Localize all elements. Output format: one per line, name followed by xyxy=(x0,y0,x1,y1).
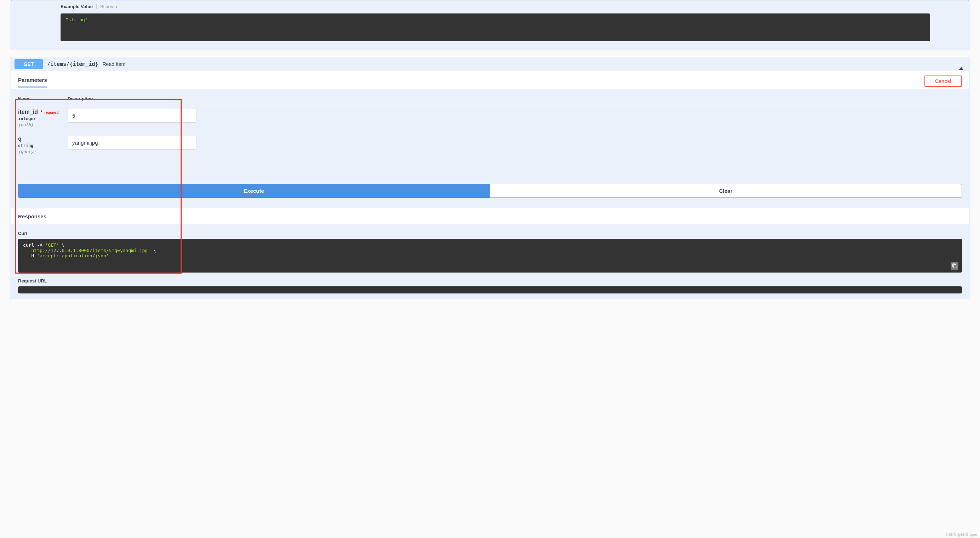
q-input[interactable] xyxy=(68,136,197,150)
parameters-tab[interactable]: Parameters xyxy=(18,77,47,88)
endpoint-block: GET /items/{item_id} Read Item Parameter… xyxy=(11,57,969,300)
param-name: item_id xyxy=(18,109,38,115)
item-id-input[interactable] xyxy=(68,109,197,123)
endpoint-path: /items/{item_id} xyxy=(47,61,99,67)
column-header-name: Name xyxy=(18,96,68,101)
required-label: required xyxy=(44,110,59,115)
endpoint-summary: Read Item xyxy=(103,61,126,67)
example-code-text: "string" xyxy=(65,17,88,22)
param-location: (query) xyxy=(18,149,68,154)
execute-button[interactable]: Execute xyxy=(18,184,490,198)
param-type: string xyxy=(18,143,68,148)
curl-code-box: curl -X 'GET' \ 'http://127.0.0.1:8000/i… xyxy=(18,239,962,273)
request-url-box xyxy=(18,286,962,294)
schema-tab[interactable]: Schema xyxy=(97,4,117,9)
clear-button[interactable]: Clear xyxy=(490,184,962,198)
endpoint-header[interactable]: GET /items/{item_id} Read Item xyxy=(11,57,969,71)
required-star-icon: * xyxy=(40,109,42,115)
copy-icon[interactable] xyxy=(951,262,958,270)
example-value-tab[interactable]: Example Value xyxy=(60,4,97,9)
param-type: integer xyxy=(18,116,68,121)
param-name: q xyxy=(18,136,22,142)
cancel-button[interactable]: Cancel xyxy=(924,75,962,87)
response-example-panel: Example Value Schema "string" xyxy=(11,0,969,50)
curl-label: Curl xyxy=(18,231,962,236)
parameter-row-item-id: item_id * required integer (path) xyxy=(18,109,962,127)
responses-title: Responses xyxy=(18,213,962,219)
param-location: (path) xyxy=(18,122,68,127)
column-header-description: Description xyxy=(68,96,93,101)
parameter-row-q: q string (query) xyxy=(18,136,962,154)
example-code-box: "string" xyxy=(60,13,930,41)
collapse-icon[interactable] xyxy=(959,61,966,67)
request-url-label: Request URL xyxy=(18,278,962,284)
http-method-badge: GET xyxy=(14,59,43,69)
